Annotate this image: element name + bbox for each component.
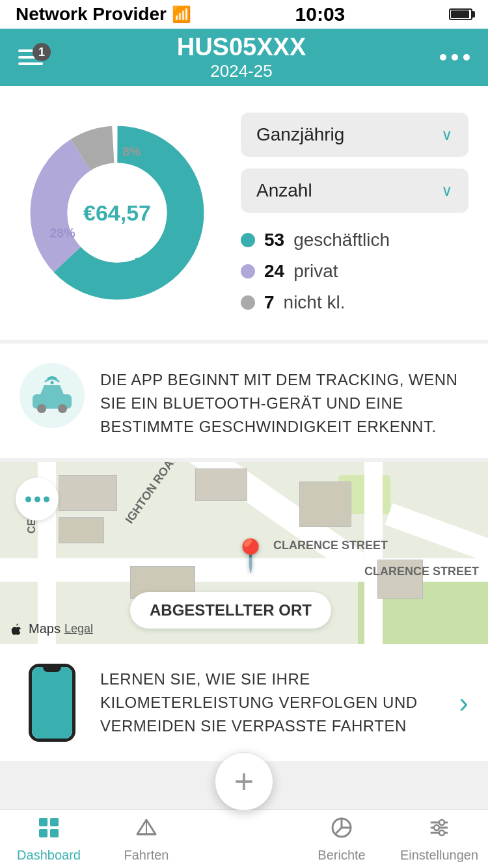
tutorial-text: LERNEN SIE, WIE SIE IHRE KILOMETERLEISTU… — [100, 668, 443, 738]
berichte-icon — [330, 816, 353, 845]
pin-icon: 📍 — [231, 540, 270, 571]
legend-dot-business — [241, 233, 255, 247]
pct-label-unknown: 8% — [122, 144, 141, 159]
nav-label-berichte: Berichte — [318, 848, 365, 863]
header-title: HUS05XXX 2024-25 — [177, 33, 306, 81]
svg-point-1 — [37, 404, 46, 413]
legend-label-private: privat — [293, 261, 338, 282]
road-label-ighton: IGHTON ROAD — [123, 462, 182, 526]
nav-label-dashboard: Dashboard — [17, 848, 81, 863]
more-options-button[interactable] — [440, 54, 470, 61]
svg-rect-6 — [39, 829, 47, 837]
fab-container: + — [215, 752, 273, 811]
phone-icon — [29, 664, 75, 742]
svg-rect-7 — [50, 829, 59, 837]
phone-notch — [43, 667, 61, 672]
einstellungen-icon — [427, 816, 451, 845]
vehicle-year: 2024-25 — [177, 61, 306, 81]
nav-item-berichte[interactable]: Berichte — [293, 810, 390, 868]
period-dropdown[interactable]: Ganzjährig ∨ — [241, 113, 468, 157]
dashboard-icon — [37, 816, 61, 845]
building-2 — [59, 517, 104, 543]
status-time: 10:03 — [295, 3, 346, 25]
vehicle-id: HUS05XXX — [177, 33, 306, 61]
wifi-icon: 📶 — [172, 5, 191, 23]
building-3 — [195, 468, 247, 501]
svg-point-3 — [51, 381, 54, 385]
battery-icon — [449, 8, 472, 20]
menu-button[interactable]: 1 — [18, 49, 43, 65]
apple-maps-badge: Maps Legal — [10, 621, 93, 636]
tutorial-section: LERNEN SIE, WIE SIE IHRE KILOMETERLEISTU… — [0, 644, 488, 765]
road-label-clarence2: CLARENCE STREET — [364, 565, 479, 578]
bluetooth-car-icon — [29, 372, 75, 419]
svg-point-15 — [439, 830, 444, 835]
nav-label-einstellungen: Einstellungen — [400, 848, 478, 863]
bluetooth-car-icon-wrap — [20, 363, 85, 428]
svg-point-13 — [439, 820, 444, 825]
parked-location-label: ABGESTELLTER ORT — [130, 592, 331, 629]
legend-label-unknown: nicht kl. — [284, 292, 346, 313]
fahrten-icon — [135, 816, 158, 845]
legend-item-private: 24 privat — [241, 261, 468, 282]
nav-label-fahrten: Fahrten — [124, 848, 169, 863]
nav-item-einstellungen[interactable]: Einstellungen — [390, 810, 488, 868]
chart-controls: Ganzjährig ∨ Anzahl ∨ 53 geschäftlich 24… — [234, 113, 468, 313]
app-header: 1 HUS05XXX 2024-25 — [0, 29, 488, 86]
legend-dot-private — [241, 264, 255, 278]
period-dropdown-label: Ganzjährig — [256, 124, 344, 145]
map-road-vert2 — [364, 462, 383, 644]
map-dots-icon — [25, 496, 49, 502]
add-trip-fab-button[interactable]: + — [215, 752, 273, 811]
map-section[interactable]: IGHTON ROAD CLARENCE STREET CLARENCE STR… — [0, 462, 488, 644]
map-options-button[interactable] — [16, 478, 59, 521]
svg-rect-5 — [50, 818, 59, 826]
legend-count-unknown: 7 — [264, 292, 275, 313]
phone-icon-wrap — [20, 664, 85, 742]
status-bar: Network Provider 📶 10:03 — [0, 0, 488, 29]
tutorial-next-button[interactable]: › — [459, 686, 468, 719]
legend-item-unknown: 7 nicht kl. — [241, 292, 468, 313]
donut-center-value: €64,57 — [83, 200, 151, 226]
svg-point-14 — [434, 825, 439, 830]
tracking-info-section: DIE APP BEGINNT MIT DEM TRACKING, WENN S… — [0, 344, 488, 462]
chart-section: 63% 28% 8% €64,57 Ganzjährig ∨ Anzahl ∨ … — [0, 86, 488, 344]
legend-item-business: 53 geschäftlich — [241, 230, 468, 251]
network-provider-label: Network Provider — [16, 4, 167, 25]
legend-label-business: geschäftlich — [293, 230, 390, 251]
svg-point-2 — [58, 404, 67, 413]
legend-count-business: 53 — [264, 230, 284, 251]
building-1 — [59, 475, 117, 511]
menu-badge: 1 — [33, 43, 51, 61]
apple-logo-icon — [10, 622, 25, 636]
legend-dot-unknown — [241, 295, 255, 310]
legal-link[interactable]: Legal — [64, 622, 93, 636]
bottom-navigation: Dashboard Fahrten Berichte — [0, 809, 488, 868]
legend-count-private: 24 — [264, 261, 284, 282]
metric-dropdown[interactable]: Anzahl ∨ — [241, 169, 468, 213]
maps-label: Maps — [29, 621, 61, 636]
chart-legend: 53 geschäftlich 24 privat 7 nicht kl. — [241, 230, 468, 313]
building-4 — [299, 481, 351, 527]
nav-item-add — [195, 810, 293, 868]
pct-label-private: 28% — [49, 226, 75, 240]
nav-item-fahrten[interactable]: Fahrten — [98, 810, 195, 868]
nav-item-dashboard[interactable]: Dashboard — [0, 810, 98, 868]
pct-label-business: 63% — [133, 255, 159, 269]
map-background: IGHTON ROAD CLARENCE STREET CLARENCE STR… — [0, 462, 488, 644]
svg-rect-4 — [39, 818, 47, 826]
metric-dropdown-arrow: ∨ — [441, 182, 453, 200]
map-location-pin: 📍 — [231, 540, 270, 571]
road-label-clarence1: CLARENCE STREET — [273, 539, 388, 552]
tracking-info-text: DIE APP BEGINNT MIT DEM TRACKING, WENN S… — [100, 363, 468, 439]
phone-screen — [32, 667, 72, 739]
donut-chart-container: 63% 28% 8% €64,57 — [0, 105, 234, 320]
period-dropdown-arrow: ∨ — [441, 126, 453, 144]
metric-dropdown-label: Anzahl — [256, 180, 312, 201]
